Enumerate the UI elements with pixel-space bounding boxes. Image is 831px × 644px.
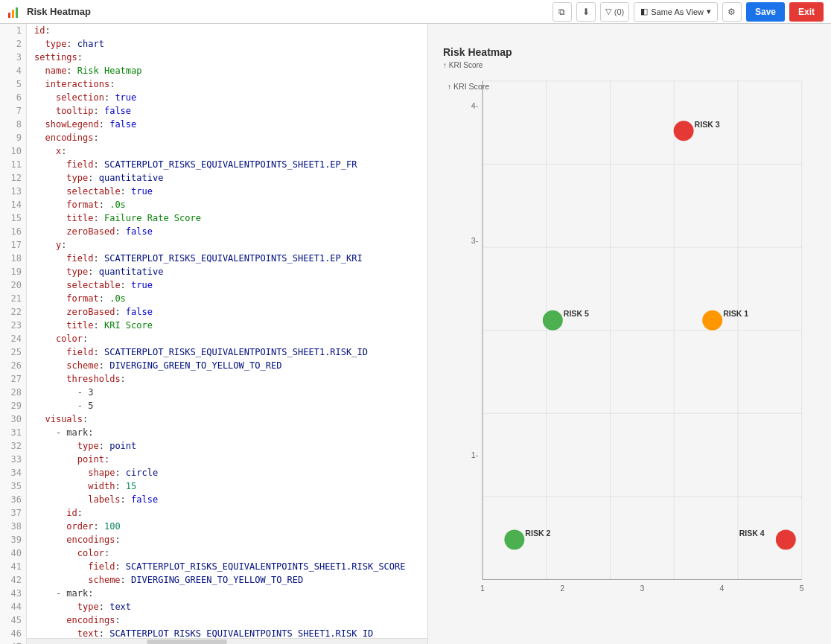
same-as-view-icon: ◧	[640, 7, 648, 16]
svg-point-26	[674, 121, 694, 141]
code-lines[interactable]: id: type: chartsettings: name: Risk Heat…	[27, 24, 413, 644]
settings-button[interactable]: ⚙	[722, 2, 742, 22]
svg-text:4-: 4-	[471, 101, 479, 110]
svg-text:↑ KRI Score: ↑ KRI Score	[448, 82, 490, 91]
svg-rect-0	[8, 13, 10, 18]
svg-point-28	[702, 310, 722, 331]
filter-count: (0)	[614, 7, 624, 16]
copy-button[interactable]: ⧉	[553, 2, 572, 22]
code-content: 1234567891011121314151617181920212223242…	[0, 24, 427, 644]
same-as-view-button[interactable]: ◧ Same As View ▾	[634, 2, 718, 22]
svg-point-32	[504, 529, 524, 549]
svg-rect-1	[12, 10, 14, 18]
svg-text:4: 4	[720, 584, 725, 593]
filter-icon: ▽	[605, 7, 611, 16]
svg-text:1: 1	[480, 584, 485, 593]
svg-text:RISK 3: RISK 3	[695, 120, 720, 129]
y-axis-title: ↑ KRI Score	[443, 61, 483, 69]
svg-text:RISK 4: RISK 4	[739, 529, 765, 538]
line-numbers: 1234567891011121314151617181920212223242…	[0, 24, 27, 644]
svg-text:3-: 3-	[471, 236, 479, 245]
same-as-view-label: Same As View	[651, 7, 704, 16]
svg-point-30	[543, 310, 563, 331]
titlebar: Risk Heatmap ⧉ ⬇ ▽ (0) ◧ Same As View ▾ …	[0, 0, 831, 24]
svg-text:1-: 1-	[471, 450, 479, 459]
svg-text:5: 5	[800, 584, 804, 593]
code-panel[interactable]: 1234567891011121314151617181920212223242…	[0, 24, 428, 644]
chart-panel: Risk Heatmap ↑ KRI Score 4-3-1-12345RISK…	[428, 24, 831, 644]
svg-point-34	[776, 529, 796, 549]
main-layout: 1234567891011121314151617181920212223242…	[0, 24, 831, 644]
chart-area: ↑ KRI Score 4-3-1-12345RISK 3RISK 1RISK …	[443, 61, 816, 614]
download-button[interactable]: ⬇	[576, 2, 596, 22]
titlebar-left: Risk Heatmap	[7, 5, 91, 19]
svg-text:RISK 2: RISK 2	[525, 529, 550, 538]
svg-text:RISK 5: RISK 5	[564, 309, 589, 318]
titlebar-actions: ⧉ ⬇ ▽ (0) ◧ Same As View ▾ ⚙ Save Exit	[553, 2, 824, 22]
svg-rect-2	[16, 7, 18, 18]
app-title: Risk Heatmap	[27, 6, 91, 17]
horizontal-scrollbar[interactable]	[27, 638, 427, 644]
save-button[interactable]: Save	[746, 2, 785, 22]
chart-icon	[7, 5, 21, 19]
chart-title: Risk Heatmap	[443, 46, 816, 58]
filter-button[interactable]: ▽ (0)	[600, 2, 629, 22]
exit-button[interactable]: Exit	[789, 2, 824, 22]
svg-text:2: 2	[560, 584, 564, 593]
svg-text:3: 3	[640, 584, 644, 593]
svg-text:RISK 1: RISK 1	[723, 309, 748, 318]
chevron-down-icon: ▾	[707, 7, 711, 16]
scrollbar-thumb[interactable]	[147, 640, 227, 644]
chart-inner: Risk Heatmap ↑ KRI Score 4-3-1-12345RISK…	[443, 46, 816, 622]
